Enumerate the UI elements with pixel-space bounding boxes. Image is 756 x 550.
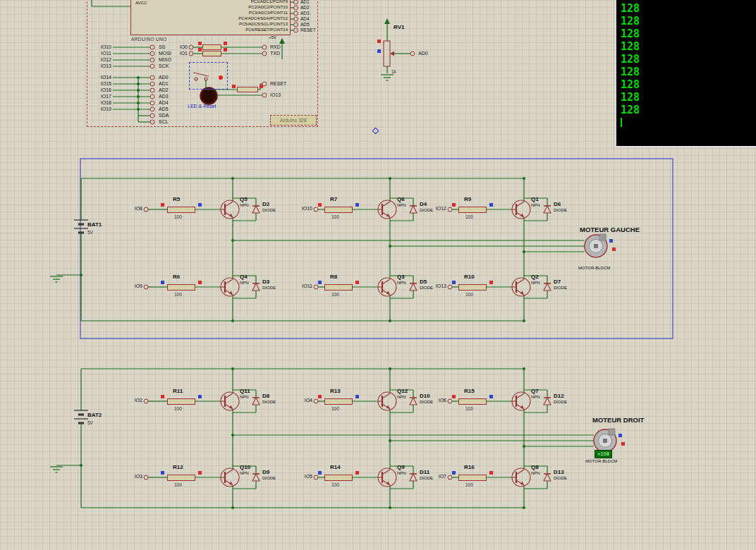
battery-value: 5V [87,420,93,425]
logic-state-high [355,471,359,475]
logic-state-high [224,42,227,45]
transistor-ref: Q5 [240,196,248,202]
diode-ref: D12 [554,393,564,399]
pin-label-RXD: RXD [270,44,281,50]
logic-state-high [318,395,322,398]
diode-type: DIODE [262,400,276,405]
origin-marker [372,128,379,135]
plus5v-label: +5V [269,35,276,40]
terminal-line: 128 [621,104,752,116]
diode-ref: D8 [262,393,269,399]
transistor-ref: Q9 [397,464,405,470]
terminal-line: 128 [621,2,752,15]
io-label-IO16: IO16 [83,87,111,93]
pin-label-AD1: AD1 [159,81,169,87]
logic-state-low [161,471,164,475]
pin-label-TXD: TXD [270,51,280,56]
resistor-value: 100 [174,214,182,219]
logic-state-high [224,48,227,51]
pin-label-AD5: AD5 [300,22,310,27]
resistor-R16[interactable] [458,475,487,481]
resistor-R13[interactable] [324,398,353,405]
resistor-value: 100 [465,482,473,487]
diode-type: DIODE [262,286,276,291]
resistor-R12[interactable] [167,475,195,481]
transistor-ref: Q7 [531,388,539,394]
battery-value: 5V [87,230,93,235]
transistor-type: NPN [397,203,406,208]
avcc-label: AVCC [135,1,147,6]
arduino-board-label[interactable]: Arduino 328 [270,115,317,126]
resistor-R5[interactable] [167,207,195,213]
resistor-ref: R7 [330,196,337,202]
transistor-type: NPN [531,395,540,400]
diode-type: DIODE [554,476,567,481]
series-resistor-RXD[interactable] [202,44,221,50]
resistor-R7[interactable] [324,207,353,213]
terminal-line: 128 [621,53,752,66]
led-reset-label: LED & Reset [188,104,216,109]
resistor-R10[interactable] [458,284,487,291]
resistor-value: 100 [331,292,339,297]
diode-type: DIODE [554,208,567,213]
resistor-R15[interactable] [458,398,487,405]
battery-ref: BAT2 [87,412,102,418]
diode-ref: D3 [262,279,269,285]
resistor-ref: R14 [330,464,341,470]
resistor-ref: R13 [330,388,341,394]
pin-label-io13: IO13 [270,92,281,98]
motor-left-title: MOTEUR GAUCHE [580,226,640,234]
chip-pin-label: PC6/RESET/PCINT14 [185,28,288,32]
resistor-ref: R9 [464,196,471,202]
logic-state-high [161,395,164,398]
resistor-R8[interactable] [324,284,353,291]
resistor-reset[interactable] [237,87,258,92]
resistor-R6[interactable] [167,284,195,291]
chip-pin-label: PC3/ADC3/PCINT11 [185,11,288,16]
logic-state-low [489,203,493,207]
io-label-IO6: IO6 [421,398,446,403]
pin-label-ad0: AD0 [418,51,428,56]
io-label-IO10: IO10 [287,206,312,212]
logic-state-low [198,395,202,398]
transistor-ref: Q1 [531,196,539,202]
transistor-type: NPN [240,203,249,208]
logic-state-high [198,281,202,284]
diode-ref: D6 [554,201,561,207]
transistor-type: NPN [240,395,249,400]
logic-state-high [260,85,263,88]
io-label-IO17: IO17 [83,94,111,99]
io-label-IO15: IO15 [83,81,111,87]
resistor-R11[interactable] [167,398,195,405]
transistor-type: NPN [397,281,406,286]
resistor-value: 100 [465,214,473,219]
logic-state-high [161,203,164,207]
logic-state-high [452,203,456,207]
pin-label-RESET: RESET [300,28,316,32]
resistor-R14[interactable] [324,475,353,481]
pin-label-AD2: AD2 [300,5,310,10]
logic-state-high [198,48,202,51]
io-label-IO14: IO14 [83,75,111,80]
pin-label-AD3: AD3 [159,94,169,99]
pin-label-MOSI: MOSI [159,51,171,56]
io-label-IO3: IO3 [117,474,142,479]
resistor-value: 100 [174,482,182,487]
transistor-type: NPN [531,471,540,476]
resistor-value: 100 [331,482,339,487]
io-label-IO7: IO7 [421,474,446,479]
series-resistor-TXD[interactable] [202,51,221,56]
terminal-line: 128 [621,28,752,40]
pin-label-reset: RESET [270,81,286,87]
io-label-IO19: IO19 [83,106,111,112]
resistor-value: 100 [174,406,182,411]
resistor-R9[interactable] [458,207,487,213]
resistor-ref: R8 [330,274,337,280]
logic-state-high [232,85,236,88]
rv1-ref: RV1 [394,24,404,30]
logic-state-low [318,281,322,284]
transistor-type: NPN [240,471,249,476]
transistor-ref: Q11 [240,388,250,394]
motor-rpm-badge: +150 [595,450,612,458]
virtual-terminal[interactable]: 128128128128128128128128128 [615,0,756,147]
